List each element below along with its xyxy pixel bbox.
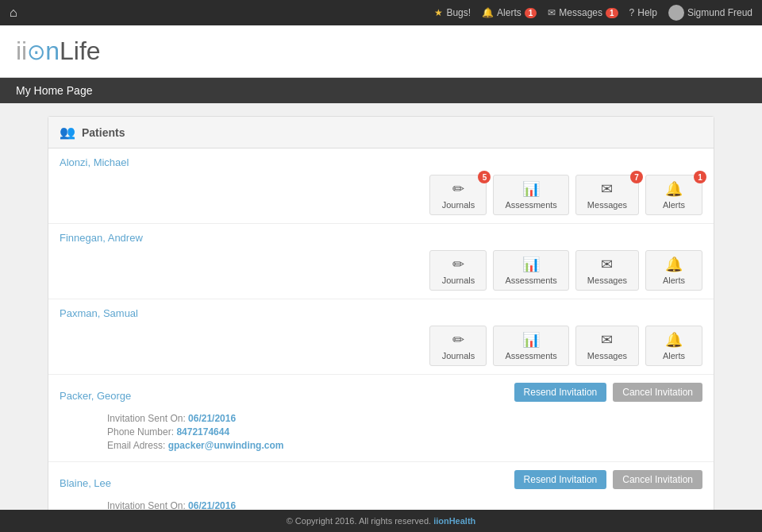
footer-brand: iionHealth xyxy=(433,516,475,526)
phone-packer: Phone Number: 8472174644 xyxy=(107,426,702,438)
journals-label-paxman: Journals xyxy=(442,351,475,360)
journals-button-alonzi[interactable]: 5 ✏ Journals xyxy=(429,175,487,215)
logo-circle: ⊙ xyxy=(27,40,45,64)
patient-actions-finnegan: ✏ Journals 📊 Assessments ✉ Messages 🔔 Al… xyxy=(60,250,702,291)
messages-button-alonzi[interactable]: 7 ✉ Messages xyxy=(575,175,639,215)
messages-button-paxman[interactable]: ✉ Messages xyxy=(575,326,639,366)
content-area: 👥 Patients Alonzi, Michael 5 ✏ Journals … xyxy=(0,103,762,532)
logo-on: n xyxy=(45,37,60,65)
patient-name-paxman[interactable]: Paxman, Samual xyxy=(60,307,702,319)
alerts-button-alonzi[interactable]: 1 🔔 Alerts xyxy=(645,175,702,215)
messages-badge: 1 xyxy=(606,8,618,18)
patient-name-packer[interactable]: Packer, George xyxy=(60,390,131,402)
invitation-value-packer: 06/21/2016 xyxy=(188,413,236,424)
messages-nav-item[interactable]: ✉ Messages 1 xyxy=(548,7,618,18)
nav-left: ⌂ xyxy=(10,6,17,20)
nav-right: ★ Bugs! 🔔 Alerts 1 ✉ Messages 1 ? Help S… xyxy=(434,5,752,21)
help-icon: ? xyxy=(629,7,635,18)
patient-row: Alonzi, Michael 5 ✏ Journals 📊 Assessmen… xyxy=(48,148,714,224)
journals-button-paxman[interactable]: ✏ Journals xyxy=(429,326,487,366)
email-value-packer: gpacker@unwinding.com xyxy=(168,440,284,451)
alerts-badge-alonzi: 1 xyxy=(694,171,706,183)
assessments-label-alonzi: Assessments xyxy=(505,200,556,210)
patients-header: 👥 Patients xyxy=(48,117,714,148)
bell-icon: 🔔 xyxy=(482,7,494,18)
logo: ii⊙nLife xyxy=(16,37,746,66)
alerts-nav-item[interactable]: 🔔 Alerts 1 xyxy=(482,7,537,18)
invitation-date-packer: Invitation Sent On: 06/21/2016 xyxy=(107,413,702,424)
messages-button-finnegan[interactable]: ✉ Messages xyxy=(575,250,639,291)
patient-row-finnegan: Finnegan, Andrew ✏ Journals 📊 Assessment… xyxy=(48,224,714,299)
footer: © Copyright 2016. All rights reserved. i… xyxy=(0,510,762,532)
logo-life: Life xyxy=(60,37,101,65)
phone-value-packer: 8472174644 xyxy=(176,426,229,438)
site-header: ii⊙nLife xyxy=(0,25,762,78)
page-title-bar: My Home Page xyxy=(0,78,762,103)
journals-badge-alonzi: 5 xyxy=(478,171,491,183)
email-label: Email Adress: xyxy=(107,440,165,451)
assessments-button-finnegan[interactable]: 📊 Assessments xyxy=(493,250,568,291)
email-packer: Email Adress: gpacker@unwinding.com xyxy=(107,440,702,451)
envelope-icon: ✉ xyxy=(548,7,556,18)
bug-icon: ★ xyxy=(434,7,443,18)
bell-icon-finnegan: 🔔 xyxy=(665,256,683,273)
patient-name-alonzi[interactable]: Alonzi, Michael xyxy=(60,156,702,168)
logo-ii: ii xyxy=(16,37,27,65)
phone-label: Phone Number: xyxy=(107,426,174,438)
messages-label: Messages xyxy=(559,7,602,18)
bugs-label: Bugs! xyxy=(446,7,471,18)
alerts-label-alonzi: Alerts xyxy=(663,200,685,210)
alerts-label-paxman: Alerts xyxy=(663,351,685,360)
help-label: Help xyxy=(637,7,657,18)
footer-text: © Copyright 2016. All rights reserved. xyxy=(287,516,431,526)
message-icon: ✉ xyxy=(601,180,613,198)
messages-label-alonzi: Messages xyxy=(587,200,627,210)
messages-label-finnegan: Messages xyxy=(587,276,627,285)
assessments-label-finnegan: Assessments xyxy=(505,276,556,285)
messages-badge-alonzi: 7 xyxy=(630,171,643,183)
message-icon-paxman: ✉ xyxy=(601,331,613,349)
journals-label-finnegan: Journals xyxy=(442,276,475,285)
pencil-icon-finnegan: ✏ xyxy=(452,256,464,273)
cancel-button-blaine[interactable]: Cancel Invitation xyxy=(613,470,702,489)
patients-panel: 👥 Patients Alonzi, Michael 5 ✏ Journals … xyxy=(48,116,714,532)
pending-actions-packer: Resend Invitation Cancel Invitation xyxy=(514,383,702,402)
top-navigation: ⌂ ★ Bugs! 🔔 Alerts 1 ✉ Messages 1 ? Help… xyxy=(0,0,762,25)
patient-actions-paxman: ✏ Journals 📊 Assessments ✉ Messages 🔔 Al… xyxy=(60,326,702,366)
patient-name-finnegan[interactable]: Finnegan, Andrew xyxy=(60,232,702,244)
resend-button-packer[interactable]: Resend Invitation xyxy=(514,383,607,402)
pending-actions-blaine: Resend Invitation Cancel Invitation xyxy=(514,470,702,489)
page-title: My Home Page xyxy=(16,84,92,97)
home-icon[interactable]: ⌂ xyxy=(10,6,17,20)
message-icon-finnegan: ✉ xyxy=(601,256,613,273)
alerts-label: Alerts xyxy=(497,7,521,18)
assessments-button-alonzi[interactable]: 📊 Assessments xyxy=(493,175,568,215)
journals-button-finnegan[interactable]: ✏ Journals xyxy=(429,250,487,291)
patients-title: Patients xyxy=(82,126,125,139)
resend-button-blaine[interactable]: Resend Invitation xyxy=(514,470,607,489)
patient-actions-alonzi: 5 ✏ Journals 📊 Assessments 7 ✉ Messages … xyxy=(60,175,702,215)
pencil-icon: ✏ xyxy=(452,180,464,198)
assessments-label-paxman: Assessments xyxy=(505,351,556,360)
pending-info-packer: Invitation Sent On: 06/21/2016 Phone Num… xyxy=(60,413,702,451)
bell-icon-alonzi: 🔔 xyxy=(665,180,683,198)
assessments-button-paxman[interactable]: 📊 Assessments xyxy=(493,326,568,366)
bugs-nav-item[interactable]: ★ Bugs! xyxy=(434,7,471,18)
alerts-button-paxman[interactable]: 🔔 Alerts xyxy=(645,326,702,366)
invitation-label: Invitation Sent On: xyxy=(107,413,186,424)
patient-row-packer: Packer, George Resend Invitation Cancel … xyxy=(48,375,714,462)
journals-label-alonzi: Journals xyxy=(442,200,475,210)
user-nav-item[interactable]: Sigmund Freud xyxy=(668,5,752,21)
chart-icon-finnegan: 📊 xyxy=(522,256,540,273)
help-nav-item[interactable]: ? Help xyxy=(629,7,657,18)
patient-name-blaine[interactable]: Blaine, Lee xyxy=(60,477,111,489)
patient-row-paxman: Paxman, Samual ✏ Journals 📊 Assessments … xyxy=(48,299,714,375)
alerts-button-finnegan[interactable]: 🔔 Alerts xyxy=(645,250,702,291)
alerts-label-finnegan: Alerts xyxy=(663,276,685,285)
patients-icon: 👥 xyxy=(60,125,75,140)
pencil-icon-paxman: ✏ xyxy=(452,331,464,349)
cancel-button-packer[interactable]: Cancel Invitation xyxy=(613,383,702,402)
chart-icon-paxman: 📊 xyxy=(522,331,540,349)
avatar xyxy=(668,5,684,21)
messages-label-paxman: Messages xyxy=(587,351,627,360)
